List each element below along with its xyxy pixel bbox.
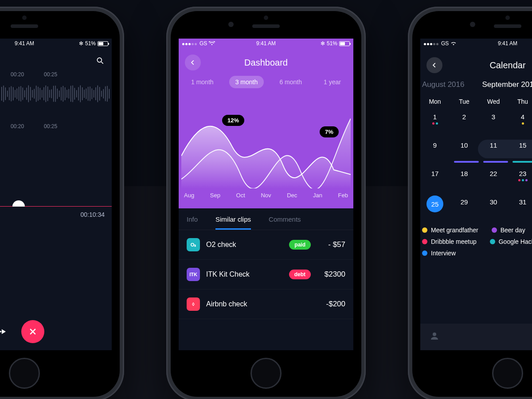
range-1y[interactable]: 1 year (317, 76, 347, 88)
status-time: 9:41 AM (480, 40, 532, 47)
dashboard-screen: GS 9:41 AM ✻ 51% Dashboard 1 month 3 mon… (179, 39, 353, 350)
transaction-row[interactable]: O₂ O2 check paid - $57 (179, 230, 353, 260)
month-switcher[interactable]: August 2016 September 2016 (420, 77, 532, 94)
day-cell[interactable]: 2 (450, 109, 479, 137)
day-cell[interactable]: 11 (479, 137, 508, 165)
prev-month[interactable]: August 2016 (422, 80, 464, 89)
merchant-icon: ◊ (187, 297, 200, 311)
amount: $2300 (317, 270, 345, 279)
legend-item: Beer day (492, 227, 525, 234)
bottom-bar: + (420, 324, 532, 350)
day-cell[interactable]: 3 (479, 109, 508, 137)
battery-icon (339, 41, 350, 46)
range-6m[interactable]: 6 month (273, 76, 308, 88)
time-2-right: 00:10:34 (81, 211, 105, 218)
merchant-name: ITK Kit Check (206, 270, 283, 278)
profile-icon[interactable] (429, 331, 440, 343)
page-title: Calendar (426, 60, 532, 70)
day-cell[interactable]: 31 (508, 194, 532, 222)
wifi-icon (209, 41, 215, 46)
time-1: 00:10:34 (0, 108, 112, 123)
calendar-grid: 123489101115161718222324252930311 (420, 109, 532, 222)
home-button[interactable] (250, 358, 282, 389)
legend-item: Meet grandfather (422, 227, 478, 234)
status-carrier: GS (441, 40, 449, 47)
weekday-header: MonTue WedThu (420, 94, 532, 109)
waveform-small[interactable] (0, 79, 112, 108)
device-dashboard: GS 9:41 AM ✻ 51% Dashboard 1 month 3 mon… (166, 7, 366, 399)
amount: -$200 (317, 300, 345, 309)
event-legend: Meet grandfatherBeer dayDribbble meetupG… (420, 222, 532, 266)
svg-point-181 (433, 332, 436, 336)
day-cell[interactable]: 17 (420, 165, 450, 194)
timeline-ticks-1: 00:1000:15 00:2000:25 (0, 71, 112, 79)
audio-screen: 9:41 AM ✻ 51% Track4.mp3 00:1000:15 00:2… (0, 39, 112, 350)
trend-chart[interactable]: 12% 7% (179, 95, 353, 188)
device-calendar: GS 9:41 AM Calendar August 2016 Septembe… (408, 7, 532, 399)
home-button[interactable] (492, 358, 523, 389)
status-battery: 51% (327, 40, 337, 47)
search-icon[interactable] (96, 56, 105, 67)
device-audio: 9:41 AM ✻ 51% Track4.mp3 00:1000:15 00:2… (0, 7, 124, 399)
day-cell[interactable]: 4 (508, 109, 532, 137)
status-bar: 9:41 AM ✻ 51% (0, 39, 112, 48)
next-button[interactable] (0, 325, 7, 338)
legend-item: Google Hackathon (490, 238, 532, 245)
day-cell[interactable]: 25 (420, 194, 450, 222)
tab-comments[interactable]: Comments (269, 215, 301, 230)
merchant-name: O2 check (206, 241, 283, 249)
status-badge: paid (289, 240, 311, 250)
transaction-list: O₂ O2 check paid - $57ITK ITK Kit Check … (179, 230, 353, 319)
day-cell[interactable]: 22 (479, 165, 508, 194)
merchant-icon: ITK (187, 268, 200, 281)
signal-icon (182, 40, 198, 47)
transaction-row[interactable]: ITK ITK Kit Check debt $2300 (179, 260, 353, 289)
status-battery: 51% (85, 40, 96, 47)
battery-icon (98, 41, 108, 46)
today-marker: 25 (426, 196, 443, 212)
day-cell[interactable]: 30 (479, 194, 508, 222)
player-controls (0, 313, 112, 350)
day-cell[interactable]: 29 (450, 194, 479, 222)
status-badge: debt (289, 270, 311, 279)
cancel-button[interactable] (21, 320, 44, 343)
tab-similar[interactable]: Similar clips (215, 215, 251, 230)
status-time: 9:41 AM (0, 40, 52, 47)
tab-info[interactable]: Info (187, 215, 198, 230)
merchant-icon: O₂ (187, 238, 200, 251)
day-cell[interactable]: 18 (450, 165, 479, 194)
day-cell[interactable]: 1 (420, 109, 450, 137)
day-cell[interactable]: 23 (508, 165, 532, 194)
range-selector: 1 month 3 month 6 month 1 year (179, 74, 353, 95)
day-cell[interactable]: 10 (450, 137, 479, 165)
cur-month[interactable]: September 2016 (482, 80, 532, 89)
timeline-ticks-2: 00:1000:15 00:2000:25 (0, 123, 112, 131)
amount: - $57 (317, 240, 345, 249)
page-title: Dashboard (185, 58, 347, 68)
legend-item: Dribbble meetup (422, 238, 477, 245)
status-time: 9:41 AM (238, 40, 294, 47)
day-cell[interactable]: 15 (508, 137, 532, 165)
chart-bubble-1: 12% (222, 115, 244, 126)
range-1m[interactable]: 1 month (185, 76, 220, 88)
tab-bar: Info Similar clips Comments (179, 208, 353, 230)
transaction-row[interactable]: ◊ Airbnb check -$200 (179, 289, 353, 319)
calendar-screen: GS 9:41 AM Calendar August 2016 Septembe… (420, 39, 532, 350)
waveform-large[interactable] (0, 131, 112, 207)
chart-x-axis: AugSep OctNov DecJan Feb (179, 188, 353, 205)
day-cell[interactable]: 9 (420, 137, 450, 165)
range-3m[interactable]: 3 month (229, 76, 264, 88)
status-carrier: GS (200, 40, 207, 47)
wifi-icon (450, 41, 457, 46)
signal-icon (424, 40, 439, 47)
status-bar: GS 9:41 AM ✻ 51% (179, 39, 353, 48)
legend-item: Interview (422, 250, 456, 257)
chart-bubble-2: 7% (320, 126, 339, 137)
status-bar: GS 9:41 AM (420, 39, 532, 48)
svg-point-0 (97, 58, 102, 62)
merchant-name: Airbnb check (206, 300, 311, 308)
home-button[interactable] (9, 358, 40, 389)
